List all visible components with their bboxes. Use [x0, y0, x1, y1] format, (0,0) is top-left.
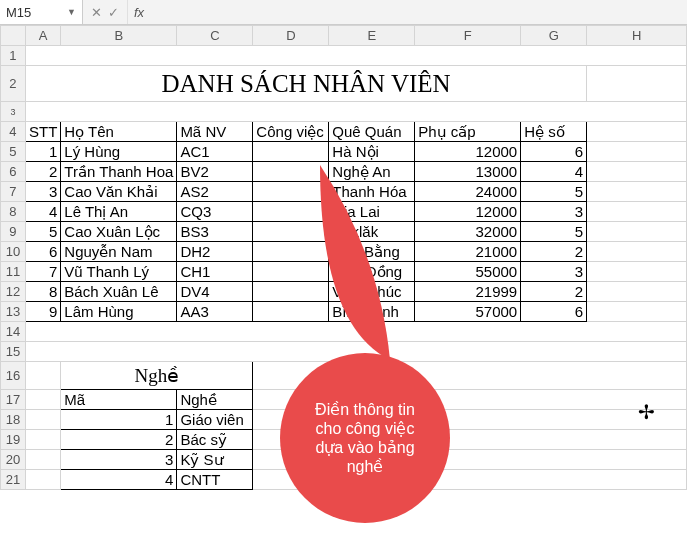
cell-heso[interactable]: 2 [521, 242, 587, 262]
cell[interactable] [587, 182, 687, 202]
cell[interactable] [25, 46, 686, 66]
cell-hoten[interactable]: Trần Thanh Hoa [61, 162, 177, 182]
cell[interactable] [587, 142, 687, 162]
cell-phucap[interactable]: 12000 [415, 142, 521, 162]
cell-phucap[interactable]: 12000 [415, 202, 521, 222]
grid[interactable]: A B C D E F G H 1 2 DANH SÁCH NHÂN VIÊN … [0, 25, 687, 490]
cell-stt[interactable]: 6 [25, 242, 60, 262]
cell-heso[interactable]: 6 [521, 142, 587, 162]
cell-quequan[interactable]: Gia Lai [329, 202, 415, 222]
nghe-col-ma[interactable]: Mã [61, 390, 177, 410]
row-header[interactable]: 5 [1, 142, 26, 162]
cell[interactable] [25, 470, 60, 490]
col-header[interactable]: F [415, 26, 521, 46]
cell-congviec[interactable] [253, 242, 329, 262]
nghe-title[interactable]: Nghề [61, 362, 253, 390]
cell[interactable] [25, 362, 60, 390]
row-header[interactable]: 8 [1, 202, 26, 222]
cell-heso[interactable]: 2 [521, 282, 587, 302]
cell-manv[interactable]: DV4 [177, 282, 253, 302]
cell[interactable] [587, 162, 687, 182]
cell-heso[interactable]: 3 [521, 202, 587, 222]
cell-congviec[interactable] [253, 302, 329, 322]
row-header[interactable]: 7 [1, 182, 26, 202]
cell-stt[interactable]: 1 [25, 142, 60, 162]
cell-manv[interactable]: DH2 [177, 242, 253, 262]
cell-stt[interactable]: 2 [25, 162, 60, 182]
cell[interactable] [587, 66, 687, 102]
select-all-corner[interactable] [1, 26, 26, 46]
cell-phucap[interactable]: 55000 [415, 262, 521, 282]
col-header[interactable]: B [61, 26, 177, 46]
cell-stt[interactable]: 9 [25, 302, 60, 322]
row-header[interactable]: 17 [1, 390, 26, 410]
chevron-down-icon[interactable]: ▼ [67, 7, 76, 17]
row-header[interactable]: 2 [1, 66, 26, 102]
nghe-col-nghe[interactable]: Nghề [177, 390, 253, 410]
cell[interactable] [587, 262, 687, 282]
confirm-icon[interactable]: ✓ [108, 5, 119, 20]
cell-heso[interactable]: 4 [521, 162, 587, 182]
cell-hoten[interactable]: Vũ Thanh Lý [61, 262, 177, 282]
cell[interactable] [253, 390, 687, 410]
cell-manv[interactable]: AC1 [177, 142, 253, 162]
cell[interactable] [587, 222, 687, 242]
nghe-ma[interactable]: 1 [61, 410, 177, 430]
cell-phucap[interactable]: 24000 [415, 182, 521, 202]
title-cell[interactable]: DANH SÁCH NHÂN VIÊN [25, 66, 586, 102]
cell-quequan[interactable]: Đăklăk [329, 222, 415, 242]
row-header[interactable]: 15 [1, 342, 26, 362]
row-header[interactable]: 1 [1, 46, 26, 66]
row-header[interactable]: 11 [1, 262, 26, 282]
cell-hoten[interactable]: Lê Thị An [61, 202, 177, 222]
row-header[interactable]: 18 [1, 410, 26, 430]
fx-icon[interactable]: fx [128, 5, 150, 20]
cell-quequan[interactable]: Cao Bằng [329, 242, 415, 262]
cell-congviec[interactable] [253, 282, 329, 302]
cell-hoten[interactable]: Lý Hùng [61, 142, 177, 162]
cancel-icon[interactable]: ✕ [91, 5, 102, 20]
col-header[interactable]: A [25, 26, 60, 46]
name-box[interactable]: M15 ▼ [0, 0, 83, 24]
row-header[interactable]: 16 [1, 362, 26, 390]
cell[interactable] [25, 102, 686, 122]
header-phucap[interactable]: Phụ cấp [415, 122, 521, 142]
worksheet[interactable]: A B C D E F G H 1 2 DANH SÁCH NHÂN VIÊN … [0, 25, 687, 490]
cell-heso[interactable]: 5 [521, 222, 587, 242]
header-heso[interactable]: Hệ số [521, 122, 587, 142]
row-header[interactable]: 4 [1, 122, 26, 142]
cell[interactable] [587, 122, 687, 142]
col-header[interactable]: D [253, 26, 329, 46]
cell[interactable] [587, 242, 687, 262]
cell-congviec[interactable] [253, 202, 329, 222]
cell-phucap[interactable]: 32000 [415, 222, 521, 242]
cell-quequan[interactable]: Bình Định [329, 302, 415, 322]
row-header[interactable]: 6 [1, 162, 26, 182]
row-header[interactable]: 21 [1, 470, 26, 490]
nghe-ma[interactable]: 2 [61, 430, 177, 450]
row-header[interactable]: 12 [1, 282, 26, 302]
col-header[interactable]: G [521, 26, 587, 46]
cell[interactable] [25, 390, 60, 410]
row-header[interactable]: 3 [1, 102, 26, 122]
row-header[interactable]: 9 [1, 222, 26, 242]
cell-hoten[interactable]: Nguyễn Nam [61, 242, 177, 262]
cell-quequan[interactable]: Thanh Hóa [329, 182, 415, 202]
cell-stt[interactable]: 7 [25, 262, 60, 282]
cell-manv[interactable]: AS2 [177, 182, 253, 202]
cell-hoten[interactable]: Lâm Hùng [61, 302, 177, 322]
col-header[interactable]: C [177, 26, 253, 46]
cell-manv[interactable]: CH1 [177, 262, 253, 282]
cell-manv[interactable]: CQ3 [177, 202, 253, 222]
cell[interactable] [25, 322, 686, 342]
cell-manv[interactable]: BS3 [177, 222, 253, 242]
cell[interactable] [587, 282, 687, 302]
cell-congviec[interactable] [253, 222, 329, 242]
header-hoten[interactable]: Họ Tên [61, 122, 177, 142]
cell[interactable] [25, 430, 60, 450]
cell-phucap[interactable]: 21000 [415, 242, 521, 262]
cell[interactable] [253, 410, 687, 430]
cell-phucap[interactable]: 13000 [415, 162, 521, 182]
cell[interactable] [587, 202, 687, 222]
cell[interactable] [253, 470, 687, 490]
